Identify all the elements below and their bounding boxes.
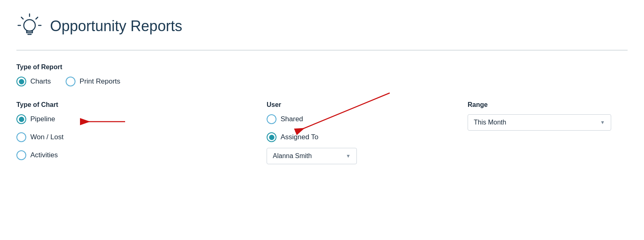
- radio-print-reports-label[interactable]: Print Reports: [80, 77, 120, 86]
- chart-type-radio-group: Pipeline Won / Lost Activities: [16, 114, 156, 160]
- radio-assigned-to-label[interactable]: Assigned To: [281, 133, 318, 141]
- radio-print-reports[interactable]: Print Reports: [66, 77, 120, 86]
- radio-assigned-to-circle[interactable]: [267, 132, 276, 142]
- radio-shared[interactable]: Shared: [267, 114, 357, 124]
- radio-activities-label[interactable]: Activities: [30, 151, 58, 159]
- chart-type-section: Type of Chart Pipeline Won / Lost Activi…: [16, 101, 156, 160]
- svg-point-5: [24, 20, 35, 31]
- range-dropdown[interactable]: This Month ▼: [468, 114, 611, 131]
- user-dropdown-value: Alanna Smith: [273, 152, 312, 160]
- user-dropdown[interactable]: Alanna Smith ▼: [267, 148, 357, 164]
- chart-type-label: Type of Chart: [16, 101, 156, 109]
- report-type-radio-group: Charts Print Reports: [16, 77, 628, 86]
- page-title: Opportunity Reports: [50, 18, 182, 35]
- radio-won-lost[interactable]: Won / Lost: [16, 132, 156, 142]
- radio-charts[interactable]: Charts: [16, 77, 51, 86]
- radio-won-lost-label[interactable]: Won / Lost: [30, 133, 64, 141]
- radio-charts-label[interactable]: Charts: [30, 77, 51, 86]
- range-dropdown-arrow-icon: ▼: [600, 120, 605, 125]
- page-container: Opportunity Reports Type of Report Chart…: [0, 0, 644, 177]
- page-header: Opportunity Reports: [16, 12, 628, 50]
- radio-pipeline-circle[interactable]: [16, 114, 26, 124]
- radio-shared-circle[interactable]: [267, 114, 276, 124]
- radio-won-lost-circle[interactable]: [16, 132, 26, 142]
- radio-pipeline-label[interactable]: Pipeline: [30, 115, 55, 123]
- report-type-section: Type of Report Charts Print Reports: [16, 63, 628, 86]
- user-radio-group: Shared Assigned To: [267, 114, 357, 142]
- radio-activities[interactable]: Activities: [16, 150, 156, 160]
- lightbulb-icon: [16, 12, 43, 40]
- main-content: Type of Chart Pipeline Won / Lost Activi…: [16, 101, 628, 164]
- range-dropdown-value: This Month: [474, 119, 506, 126]
- report-type-label: Type of Report: [16, 63, 628, 71]
- radio-assigned-to[interactable]: Assigned To: [267, 132, 357, 142]
- user-dropdown-arrow-icon: ▼: [346, 153, 351, 159]
- range-label: Range: [468, 101, 611, 109]
- radio-shared-label[interactable]: Shared: [281, 115, 303, 123]
- svg-line-3: [21, 17, 23, 19]
- range-section: Range This Month ▼: [357, 101, 611, 131]
- radio-pipeline[interactable]: Pipeline: [16, 114, 156, 124]
- svg-line-1: [36, 17, 38, 19]
- main-content-wrapper: Type of Chart Pipeline Won / Lost Activi…: [16, 101, 628, 164]
- user-label: User: [267, 101, 357, 109]
- radio-activities-circle[interactable]: [16, 150, 26, 160]
- radio-charts-circle[interactable]: [16, 77, 26, 86]
- radio-print-reports-circle[interactable]: [66, 77, 75, 86]
- user-section: User Shared Assigned To Alanna Smith ▼: [156, 101, 357, 164]
